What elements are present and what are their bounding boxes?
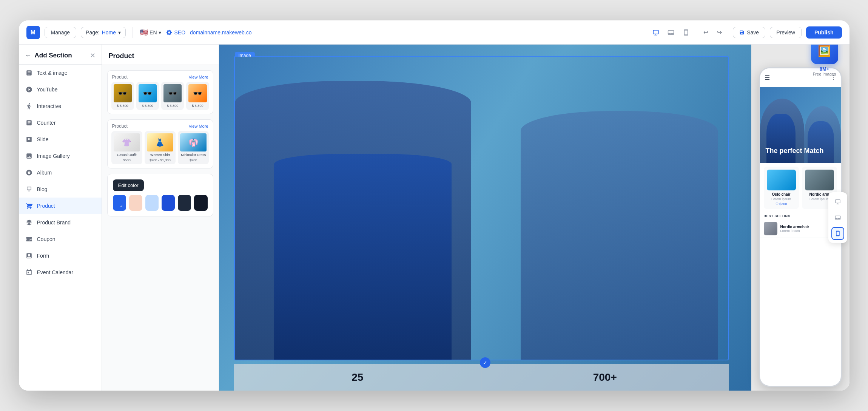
sidebar-item-album[interactable]: Album [19, 164, 102, 181]
edit-color-tooltip: Edit color [113, 179, 144, 191]
product-item[interactable]: 🕶️ $ 5,300 [136, 82, 159, 110]
canvas: Image Change Image [219, 45, 751, 391]
phone-product-image [767, 170, 796, 190]
sidebar-item-text-image[interactable]: Text & image [19, 65, 102, 81]
sidebar-item-product-brand[interactable]: Product Brand [19, 214, 102, 231]
body-area: ← Add Section ✕ Text & image YouTube [19, 45, 849, 391]
stats-bar: 25 700+ [234, 364, 729, 391]
product-item[interactable]: 🕶️ $ 5,300 [186, 82, 209, 110]
product-card-sunglasses[interactable]: Product View More 🕶️ $ 5,300 🕶️ $ 5,300 … [107, 70, 213, 114]
sidebar-header: ← Add Section ✕ [19, 45, 102, 65]
panel-title: Product [102, 45, 219, 65]
color-swatch-blue[interactable]: ✓ [113, 195, 126, 211]
sidebar-item-youtube[interactable]: YouTube [19, 81, 102, 98]
sidebar-item-event-calendar[interactable]: Event Calendar [19, 264, 102, 281]
product-image: 👗 [147, 133, 173, 151]
free-images-icon[interactable]: 🖼️ + [811, 45, 838, 64]
product-brand-icon [25, 218, 33, 227]
domain-link[interactable]: domainname.makeweb.co [190, 29, 251, 36]
undo-button[interactable]: ↩ [700, 26, 712, 39]
product-item[interactable]: 🕶️ $ 5,300 [161, 82, 184, 110]
color-swatch-black[interactable] [194, 195, 207, 211]
phone-hero: The perfect Match [760, 87, 841, 163]
color-swatch-darkblue[interactable] [162, 195, 175, 211]
youtube-icon [25, 85, 33, 94]
phone-product-card[interactable]: Oslo chair Lorem ipsum ♡ $300 [764, 167, 799, 209]
preview-button[interactable]: Preview [770, 27, 802, 38]
coupon-icon [25, 235, 33, 243]
phone-product-image [805, 170, 834, 190]
product-item[interactable]: 👚 Casual Outfit $500 [111, 131, 142, 164]
phone-menu-icon: ☰ [765, 74, 770, 81]
logo: M [26, 26, 40, 39]
mobile-device-icon[interactable] [831, 227, 844, 240]
stat-item-25: 25 [234, 364, 482, 391]
image-gallery-icon [25, 152, 33, 160]
sidebar: ← Add Section ✕ Text & image YouTube [19, 45, 102, 391]
confirm-check[interactable]: ✓ [480, 357, 490, 368]
sidebar-item-blog[interactable]: Blog [19, 181, 102, 198]
color-swatch-lightblue[interactable] [145, 195, 159, 211]
tablet-icon[interactable] [665, 26, 677, 39]
stat-item-700: 700+ [481, 364, 729, 391]
mobile-icon[interactable] [680, 26, 692, 39]
desktop-device-icon[interactable] [831, 195, 844, 208]
text-image-icon [25, 69, 33, 77]
product-image: 🕶️ [139, 84, 157, 102]
phone-hero-text: The perfect Match [766, 147, 824, 155]
page-selector[interactable]: Page: Home ▾ [81, 27, 126, 38]
device-selector [828, 192, 847, 243]
phone-list-image [764, 222, 777, 235]
canvas-background: Image Change Image [219, 45, 751, 391]
free-images-badge: 🖼️ + 8M+ Free Images [811, 45, 838, 76]
product-item[interactable]: 🕶️ $ 5,300 [111, 82, 134, 110]
sidebar-item-interactive[interactable]: Interactive [19, 98, 102, 114]
color-swatch-navy[interactable] [178, 195, 191, 211]
sidebar-item-image-gallery[interactable]: Image Gallery [19, 148, 102, 164]
seo-button[interactable]: SEO [166, 29, 186, 36]
sidebar-item-coupon[interactable]: Coupon [19, 231, 102, 247]
album-icon [25, 168, 33, 177]
product-image: 🕶️ [114, 84, 132, 102]
save-button[interactable]: Save [733, 27, 765, 38]
sidebar-title: Add Section [35, 52, 72, 59]
product-panel: Product Product View More 🕶️ $ 5,300 🕶️ … [102, 45, 219, 391]
product-icon [25, 202, 33, 210]
counter-icon [25, 119, 33, 127]
desktop-icon[interactable] [650, 26, 662, 39]
color-swatch-peach[interactable] [129, 195, 142, 211]
color-swatches: ✓ [113, 195, 208, 211]
tablet-device-icon[interactable] [831, 211, 844, 224]
product-item[interactable]: 👗 Women Shirt $900 - $1,300 [145, 131, 176, 164]
free-images-label: Free Images [813, 72, 836, 76]
sidebar-item-counter[interactable]: Counter [19, 114, 102, 131]
sidebar-item-slide[interactable]: Slide [19, 131, 102, 148]
view-more-button-1[interactable]: View More [189, 75, 208, 79]
device-icons [650, 26, 692, 39]
close-sidebar-button[interactable]: ✕ [90, 51, 96, 60]
sidebar-item-product[interactable]: Product [19, 198, 102, 214]
hero-content [235, 57, 728, 360]
clothing-grid: 👚 Casual Outfit $500 👗 Women Shirt $900 … [108, 131, 213, 168]
topbar: M Manage Page: Home ▾ 🇺🇸 EN ▾ SEO domain… [19, 20, 849, 45]
undo-redo: ↩ ↪ [700, 26, 725, 39]
hero-image-container[interactable]: Image Change Image [234, 56, 729, 360]
product-card-clothing[interactable]: Product View More 👚 Casual Outfit $500 👗… [107, 119, 213, 168]
sunglasses-grid: 🕶️ $ 5,300 🕶️ $ 5,300 🕶️ $ 5,300 🕶️ $ 5,… [108, 82, 213, 114]
blog-icon [25, 185, 33, 193]
redo-button[interactable]: ↪ [713, 26, 725, 39]
product-image: 🕶️ [188, 84, 207, 102]
product-item[interactable]: 👘 Minimalist Dress $980 [178, 131, 209, 164]
manage-button[interactable]: Manage [45, 27, 77, 38]
product-image: 🕶️ [163, 84, 182, 102]
publish-button[interactable]: Publish [806, 26, 842, 39]
view-more-button-2[interactable]: View More [189, 124, 208, 128]
language-selector[interactable]: 🇺🇸 EN ▾ [140, 28, 161, 37]
back-arrow-icon[interactable]: ← [25, 52, 32, 60]
color-picker-section: Edit color ✓ [107, 174, 213, 216]
color-check: ✓ [119, 203, 125, 209]
form-icon [25, 252, 33, 260]
interactive-icon [25, 102, 33, 110]
event-calendar-icon [25, 268, 33, 277]
sidebar-item-form[interactable]: Form [19, 247, 102, 264]
